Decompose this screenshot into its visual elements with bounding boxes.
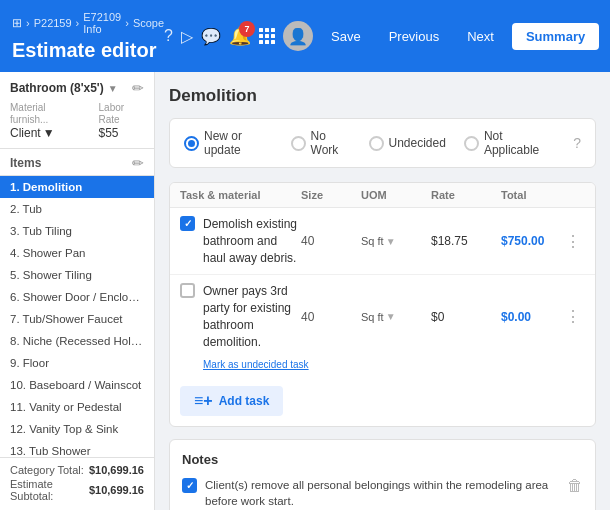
table-header: Task & material Size UOM Rate Total	[170, 183, 595, 208]
notes-section: Notes ✓ Client(s) remove all personal be…	[169, 439, 596, 510]
labor-rate-info: Labor Rate $55	[99, 102, 144, 140]
sidebar-item-shower-pan[interactable]: 4. Shower Pan	[0, 242, 154, 264]
sidebar-item-tub-shower[interactable]: 13. Tub Shower	[0, 440, 154, 457]
task-text-2: Owner pays 3rd party for existing bathro…	[203, 283, 301, 350]
material-info: Material furnish... Client ▼	[10, 102, 81, 140]
radio-circle-na	[464, 136, 479, 151]
material-labor-row: Material furnish... Client ▼ Labor Rate …	[10, 102, 144, 140]
header-right: ? ▷ 💬 🔔 7 👤 Save Previous Next Summary	[164, 21, 599, 51]
sidebar-top: Bathroom (8'x5') ▼ ✏ Material furnish...…	[0, 72, 154, 149]
task-checkbox-2[interactable]	[180, 283, 195, 298]
sidebar-footer: Category Total: $10,699.16 Estimate Subt…	[0, 457, 154, 510]
previous-button[interactable]: Previous	[379, 23, 450, 50]
items-header: Items ✏	[0, 149, 154, 176]
sidebar-item-vanity[interactable]: 11. Vanity or Pedestal	[0, 396, 154, 418]
radio-undecided[interactable]: Undecided	[369, 136, 446, 151]
breadcrumb-sep2: ›	[76, 17, 80, 29]
main-content: Demolition New or update No Work Undecid…	[155, 72, 610, 510]
room-selector: Bathroom (8'x5') ▼ ✏	[10, 80, 144, 96]
main-layout: Bathroom (8'x5') ▼ ✏ Material furnish...…	[0, 72, 610, 510]
add-task-icon: ≡+	[194, 392, 213, 410]
material-dropdown-arrow: ▼	[43, 126, 55, 140]
top-nav-icons: ? ▷ 💬	[164, 27, 221, 46]
sidebar-item-demolition[interactable]: 1. Demolition	[0, 176, 154, 198]
category-total-row: Category Total: $10,699.16	[10, 464, 144, 476]
sidebar-item-floor[interactable]: 9. Floor	[0, 352, 154, 374]
breadcrumb: ⊞ › P22159 › E72109 Info › Scope	[12, 11, 164, 35]
col-total: Total	[501, 189, 561, 201]
summary-button[interactable]: Summary	[512, 23, 599, 50]
task-checkbox-1[interactable]: ✓	[180, 216, 195, 231]
task-total-1: $750.00	[501, 234, 561, 248]
task-rate-1: $18.75	[431, 234, 501, 248]
uom-arrow-2: ▼	[386, 311, 396, 322]
estimate-subtotal-row: Estimate Subtotal: $10,699.16	[10, 478, 144, 502]
col-size: Size	[301, 189, 361, 201]
user-avatar[interactable]: 👤	[283, 21, 313, 51]
notes-title: Notes	[182, 452, 583, 467]
sidebar-item-shower-tiling[interactable]: 5. Shower Tiling	[0, 264, 154, 286]
sidebar-item-tub[interactable]: 2. Tub	[0, 198, 154, 220]
note-row-1: ✓ Client(s) remove all personal belongin…	[182, 477, 583, 509]
task-table: Task & material Size UOM Rate Total ✓ De…	[169, 182, 596, 427]
page-title: Estimate editor	[12, 39, 164, 62]
sidebar-item-tub-tiling[interactable]: 3. Tub Tiling	[0, 220, 154, 242]
task-name-col: ✓ Demolish existing bathroom and haul aw…	[180, 216, 301, 266]
task-size-2: 40	[301, 310, 361, 324]
task-uom-2[interactable]: Sq ft ▼	[361, 311, 431, 323]
note-checkbox-1[interactable]: ✓	[182, 478, 197, 493]
grid-menu-icon[interactable]	[259, 28, 275, 44]
col-rate: Rate	[431, 189, 501, 201]
notification-badge: 7	[239, 21, 255, 37]
sidebar: Bathroom (8'x5') ▼ ✏ Material furnish...…	[0, 72, 155, 510]
breadcrumb-scope[interactable]: Scope	[133, 17, 164, 29]
material-select[interactable]: Client ▼	[10, 126, 81, 140]
note-delete-1[interactable]: 🗑	[567, 477, 583, 495]
work-type-radio-group: New or update No Work Undecided Not Appl…	[169, 118, 596, 168]
note-text-1: Client(s) remove all personal belongings…	[205, 477, 559, 509]
help-icon[interactable]: ?	[164, 27, 173, 45]
radio-no-work[interactable]: No Work	[291, 129, 351, 157]
breadcrumb-sep3: ›	[125, 17, 129, 29]
radio-circle-undecided	[369, 136, 384, 151]
task-text-1: Demolish existing bathroom and haul away…	[203, 216, 301, 266]
radio-new-or-update[interactable]: New or update	[184, 129, 273, 157]
task-row-2-wrapper: Owner pays 3rd party for existing bathro…	[170, 275, 595, 375]
task-uom-1[interactable]: Sq ft ▼	[361, 235, 431, 247]
next-button[interactable]: Next	[457, 23, 504, 50]
table-row: ✓ Demolish existing bathroom and haul aw…	[170, 208, 595, 275]
task-menu-2[interactable]: ⋮	[561, 307, 585, 326]
uom-arrow-1: ▼	[386, 236, 396, 247]
sidebar-item-tub-faucet[interactable]: 7. Tub/Shower Faucet	[0, 308, 154, 330]
sidebar-item-vanity-top[interactable]: 12. Vanity Top & Sink	[0, 418, 154, 440]
radio-circle-no-work	[291, 136, 306, 151]
save-button[interactable]: Save	[321, 23, 371, 50]
chat-icon[interactable]: 💬	[201, 27, 221, 46]
room-dropdown-arrow: ▼	[108, 83, 118, 94]
video-icon[interactable]: ▷	[181, 27, 193, 46]
task-menu-1[interactable]: ⋮	[561, 232, 585, 251]
room-edit-icon[interactable]: ✏	[132, 80, 144, 96]
task-rate-2: $0	[431, 310, 501, 324]
sidebar-item-shower-door[interactable]: 6. Shower Door / Enclosure	[0, 286, 154, 308]
sidebar-item-niche[interactable]: 8. Niche (Recessed Holder)	[0, 330, 154, 352]
items-list: 1. Demolition 2. Tub 3. Tub Tiling 4. Sh…	[0, 176, 154, 457]
radio-not-applicable[interactable]: Not Applicable	[464, 129, 551, 157]
room-name[interactable]: Bathroom (8'x5') ▼	[10, 81, 118, 95]
radio-circle-new	[184, 136, 199, 151]
add-task-button[interactable]: ≡+ Add task	[180, 386, 283, 416]
sidebar-item-baseboard[interactable]: 10. Baseboard / Wainscot	[0, 374, 154, 396]
breadcrumb-p22159[interactable]: P22159	[34, 17, 72, 29]
task-name-col-2: Owner pays 3rd party for existing bathro…	[180, 283, 301, 350]
section-title: Demolition	[169, 86, 596, 106]
col-uom: UOM	[361, 189, 431, 201]
task-total-2: $0.00	[501, 310, 561, 324]
radio-help-icon[interactable]: ?	[573, 135, 581, 151]
items-edit-icon[interactable]: ✏	[132, 155, 144, 171]
breadcrumb-separator: ›	[26, 17, 30, 29]
notification-bell[interactable]: 🔔 7	[229, 25, 251, 47]
header-left: ⊞ › P22159 › E72109 Info › Scope Estimat…	[12, 11, 164, 62]
breadcrumb-e72109[interactable]: E72109 Info	[83, 11, 121, 35]
mark-undecided-link[interactable]: Mark as undecided task	[170, 359, 595, 376]
header: ⊞ › P22159 › E72109 Info › Scope Estimat…	[0, 0, 610, 72]
